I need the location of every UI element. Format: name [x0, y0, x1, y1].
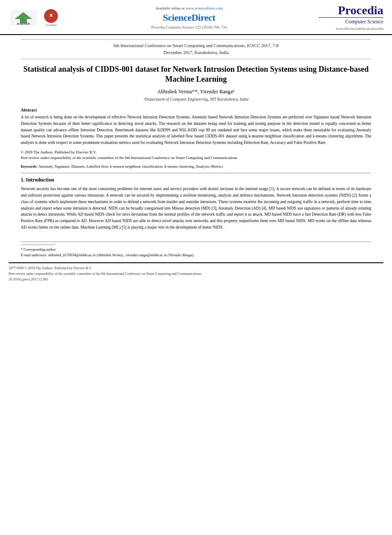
header-right: Procedia Computer Science www.elsevier.c… [319, 4, 383, 31]
conference-line1: 6th International Conference on Smart Co… [21, 42, 371, 49]
copyright-text: © 2018 The Authors. Published by Elsevie… [21, 150, 371, 161]
logos: ELSEVIER ✕ CrossMark [9, 9, 60, 27]
procedia-url: www.elsevier.com/locate/procedia [319, 27, 383, 31]
conference-line2: December 2017, Kurukshetra, India [21, 49, 371, 56]
keywords-values: Anomaly, Signature, Datasets, Labelled f… [38, 164, 223, 169]
abstract-text: A lot of research is being done on the d… [21, 114, 371, 146]
conference-info: 6th International Conference on Smart Co… [21, 39, 371, 59]
available-online-text: Available online at www.sciencedirect.co… [68, 6, 310, 10]
section-divider [21, 173, 371, 173]
procedia-title: Procedia [319, 4, 383, 16]
footnote-corresponding: * Corresponding author [21, 247, 371, 252]
journal-info: Procedia Computer Science 125 (2018) 709… [68, 25, 310, 29]
abstract-label: Abstract [21, 108, 371, 112]
intro-paragraph: Network security has become one of the m… [21, 186, 371, 230]
header-left: ELSEVIER ✕ CrossMark [9, 9, 60, 27]
elsevier-logo: ELSEVIER [9, 9, 38, 27]
page: ELSEVIER ✕ CrossMark Available online at… [0, 0, 392, 535]
header-center: Available online at www.sciencedirect.co… [60, 6, 319, 29]
keywords-label: Keywords: [21, 164, 38, 169]
footnote-email: E-mail addresses: abhishek_6170034@nitkk… [21, 252, 371, 258]
crossmark-label: CrossMark [45, 24, 57, 26]
crossmark-logo: ✕ CrossMark [42, 9, 60, 26]
footer-doi: 10.1016/j.procs.2017.12.091 [9, 277, 383, 283]
footer-issn: 1877-0509 © 2018 The Authors. Published … [9, 266, 383, 271]
paper-title: Statistical analysis of CIDDS-001 datase… [21, 64, 371, 85]
sciencedirect-title: ScienceDirect [68, 12, 310, 23]
keywords-line: Keywords: Anomaly, Signature, Datasets, … [21, 164, 371, 170]
svg-text:ELSEVIER: ELSEVIER [17, 22, 30, 25]
email1: abhishek_6170034@nitkkr.ac.in (Abhishek … [48, 253, 124, 257]
email2: virender.ranga@nitkkr.ac.in (Virender Ra… [125, 253, 194, 257]
email-label: E-mail addresses: [21, 253, 47, 257]
elsevier-icon: ELSEVIER [10, 10, 36, 25]
bottom-footer: 1877-0509 © 2018 The Authors. Published … [9, 262, 383, 282]
procedia-subtitle: Computer Science [319, 17, 383, 25]
intro-section-title: 1. Introduction [21, 177, 371, 183]
affiliation: ᵃDepartment of Computer Engineering, NIT… [21, 97, 371, 102]
footnotes: * Corresponding author E-mail addresses:… [21, 242, 371, 258]
authors: Abhishek Vermaᵃ'*, Virender Rangaᵃ [21, 89, 371, 95]
header: ELSEVIER ✕ CrossMark Available online at… [0, 0, 392, 35]
crossmark-icon: ✕ [44, 9, 58, 23]
main-content: 6th International Conference on Smart Co… [0, 35, 392, 237]
footer-peer-review: Peer-review under responsibility of the … [9, 271, 383, 277]
sciencedirect-link[interactable]: www.sciencedirect.com [186, 6, 223, 10]
footnote-divider [21, 245, 55, 245]
